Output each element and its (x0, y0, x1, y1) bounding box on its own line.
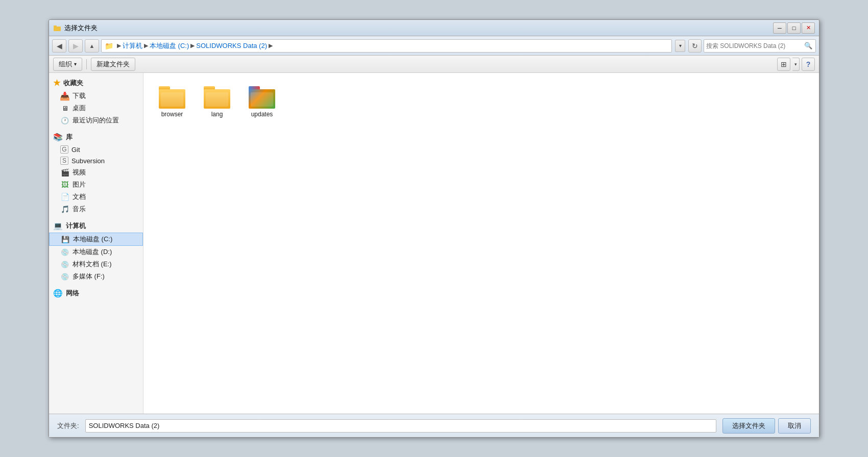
folder-overlay-updates (251, 92, 273, 107)
file-area: browser lang (143, 73, 819, 414)
sidebar-item-download[interactable]: 📥 下载 (49, 90, 143, 102)
cancel-label: 取消 (788, 421, 801, 430)
f-drive-label: 多媒体 (F:) (73, 272, 105, 281)
window-icon (53, 24, 61, 32)
folder-item-browser[interactable]: browser (152, 81, 192, 121)
folder-body-browser (159, 89, 185, 109)
sidebar-item-f-drive[interactable]: 💿 多媒体 (F:) (49, 270, 143, 283)
recent-label: 最近访问的位置 (73, 116, 119, 125)
bottom-bar: 文件夹: 选择文件夹 取消 (49, 414, 819, 437)
select-folder-button[interactable]: 选择文件夹 (722, 418, 775, 434)
sidebar-library-header[interactable]: 📚 库 (49, 131, 143, 144)
network-icon: 🌐 (53, 289, 63, 298)
folder-path-input[interactable] (85, 419, 716, 433)
recent-icon: 🕐 (60, 116, 69, 125)
organize-button[interactable]: 组织 ▾ (53, 58, 82, 71)
new-folder-button[interactable]: 新建文件夹 (91, 58, 135, 71)
window-title: 选择文件夹 (64, 23, 98, 33)
sidebar-item-d-drive[interactable]: 💿 本地磁盘 (D:) (49, 246, 143, 258)
breadcrumb-bar: 📁 ▶ 计算机 ▶ 本地磁盘 (C:) ▶ SOLIDWORKS Data (2… (101, 39, 672, 53)
organize-label: 组织 (59, 60, 72, 69)
back-button[interactable]: ◀ (52, 39, 66, 53)
sidebar-item-desktop[interactable]: 🖥 桌面 (49, 102, 143, 114)
c-drive-label: 本地磁盘 (C:) (73, 235, 112, 244)
bottom-buttons: 选择文件夹 取消 (722, 418, 811, 434)
star-icon: ★ (53, 78, 60, 88)
breadcrumb-c-drive[interactable]: 本地磁盘 (C:) (150, 41, 189, 50)
f-drive-icon: 💿 (60, 272, 69, 281)
images-label: 图片 (73, 180, 86, 189)
video-label: 视频 (73, 168, 86, 177)
breadcrumb-sep-0: ▶ (117, 42, 121, 49)
select-folder-label: 选择文件夹 (732, 421, 765, 430)
computer-icon: 💻 (53, 221, 63, 231)
sidebar-item-video[interactable]: 🎬 视频 (49, 166, 143, 179)
up-button[interactable]: ▲ (85, 39, 99, 53)
folder-body-updates (249, 89, 275, 109)
music-icon: 🎵 (60, 205, 69, 214)
folder-img-updates (248, 84, 276, 109)
folder-item-updates[interactable]: updates (242, 81, 282, 121)
folder-body-lang (204, 89, 230, 109)
breadcrumb-current[interactable]: SOLIDWORKS Data (2) (196, 42, 267, 49)
address-bar: ◀ ▶ ▲ 📁 ▶ 计算机 ▶ 本地磁盘 (C:) ▶ SOLIDWORKS D… (49, 36, 819, 56)
organize-dropdown-icon: ▾ (74, 61, 77, 67)
sidebar: ★ 收藏夹 📥 下载 🖥 桌面 🕐 最近访问的位置 📚 库 (49, 73, 143, 414)
forward-button[interactable]: ▶ (68, 39, 83, 53)
search-button[interactable]: 🔍 (803, 41, 813, 51)
folder-label-browser: browser (161, 111, 183, 118)
title-bar: 选择文件夹 ─ □ ✕ (49, 20, 819, 36)
search-input[interactable] (706, 42, 801, 49)
sidebar-network-header[interactable]: 🌐 网络 (49, 287, 143, 300)
view-dropdown-button[interactable]: ▾ (792, 58, 800, 71)
help-button[interactable]: ? (802, 58, 815, 71)
breadcrumb-folder-icon: 📁 (105, 42, 113, 50)
folder-label-lang: lang (211, 111, 223, 118)
breadcrumb-dropdown-button[interactable]: ▾ (675, 40, 685, 52)
breadcrumb-sep-3: ▶ (269, 42, 273, 49)
sidebar-item-git[interactable]: G Git (49, 144, 143, 155)
library-icon: 📚 (53, 133, 63, 142)
library-label: 库 (66, 133, 73, 142)
breadcrumb-sep-2: ▶ (190, 42, 195, 49)
sidebar-item-c-drive[interactable]: 💾 本地磁盘 (C:) (49, 233, 143, 246)
git-label: Git (71, 146, 80, 154)
folder-overlay-browser (161, 92, 183, 107)
file-dialog: 选择文件夹 ─ □ ✕ ◀ ▶ ▲ 📁 ▶ 计算机 ▶ 本地磁盘 (C:) ▶ … (49, 19, 819, 438)
svg-rect-1 (54, 26, 57, 28)
cancel-button[interactable]: 取消 (778, 418, 811, 434)
folder-img-lang (203, 84, 231, 109)
images-icon: 🖼 (60, 180, 69, 189)
download-label: 下载 (73, 91, 86, 100)
c-drive-icon: 💾 (61, 235, 70, 244)
sidebar-item-documents[interactable]: 📄 文档 (49, 191, 143, 203)
computer-label: 计算机 (66, 221, 86, 231)
d-drive-label: 本地磁盘 (D:) (73, 247, 112, 257)
title-bar-left: 选择文件夹 (53, 23, 98, 33)
sidebar-item-images[interactable]: 🖼 图片 (49, 179, 143, 191)
sidebar-item-subversion[interactable]: S Subversion (49, 155, 143, 166)
sidebar-favorites-header[interactable]: ★ 收藏夹 (49, 76, 143, 90)
folder-item-lang[interactable]: lang (197, 81, 237, 121)
video-icon: 🎬 (60, 168, 69, 177)
sidebar-item-music[interactable]: 🎵 音乐 (49, 203, 143, 215)
sidebar-item-e-drive[interactable]: 💿 材料文档 (E:) (49, 258, 143, 270)
close-button[interactable]: ✕ (802, 22, 815, 34)
view-button[interactable]: ⊞ (777, 58, 790, 71)
e-drive-icon: 💿 (60, 260, 69, 269)
search-bar: 🔍 (704, 39, 816, 53)
maximize-button[interactable]: □ (787, 22, 801, 34)
minimize-button[interactable]: ─ (773, 22, 786, 34)
network-label: 网络 (66, 289, 79, 298)
new-folder-label: 新建文件夹 (97, 60, 130, 69)
breadcrumb-computer[interactable]: 计算机 (123, 41, 142, 50)
sidebar-computer-header[interactable]: 💻 计算机 (49, 219, 143, 233)
sidebar-item-recent[interactable]: 🕐 最近访问的位置 (49, 114, 143, 126)
documents-icon: 📄 (60, 192, 69, 201)
e-drive-label: 材料文档 (E:) (73, 260, 112, 269)
folder-label-text: 文件夹: (57, 421, 79, 430)
toolbar: 组织 ▾ 新建文件夹 ⊞ ▾ ? (49, 56, 819, 73)
refresh-button[interactable]: ↻ (688, 39, 702, 53)
toolbar-separator (86, 59, 87, 69)
download-icon: 📥 (60, 91, 69, 100)
